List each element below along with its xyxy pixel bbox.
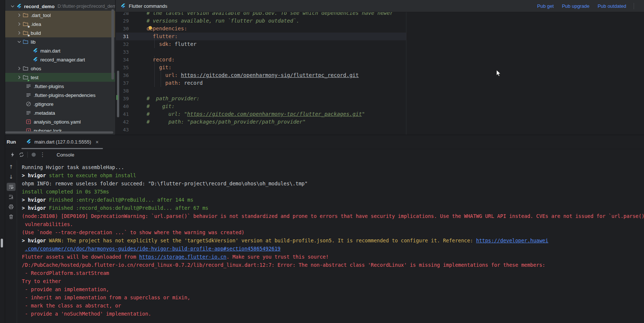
code-text: # path_provider: <box>129 95 199 102</box>
console-line: Try to either <box>22 277 644 285</box>
project-tree-horizontal-scrollbar[interactable] <box>5 131 113 134</box>
code-hyperlink[interactable]: https://gitcode.com/openharmony-sig/flut… <box>181 72 359 78</box>
tree-item--flutter-plugins[interactable]: .flutter-plugins <box>5 82 115 91</box>
code-hyperlink[interactable]: https://gitcode.com/openharmony-tpc/flut… <box>187 111 362 117</box>
code-line-41[interactable]: 41# url: "https://gitcode.com/openharmon… <box>116 110 644 118</box>
intention-bulb-icon[interactable] <box>148 26 153 31</box>
rerun-button[interactable] <box>17 151 26 159</box>
editor-scrollbar-thumb[interactable] <box>117 71 119 117</box>
tree-item-analysis-options-yaml[interactable]: Yanalysis_options.yaml <box>5 117 115 126</box>
code-line-42[interactable]: 42# path: "packages/path_provider/path_p… <box>116 118 644 126</box>
soft-wrap-button[interactable] <box>7 183 16 191</box>
project-tree-vertical-scrollbar[interactable] <box>111 9 114 80</box>
tool-window-stripe-indicator[interactable] <box>1 239 3 248</box>
flutter-icon <box>16 3 22 9</box>
line-number: 34 <box>116 56 129 64</box>
code-line-43[interactable]: 43 <box>116 126 644 134</box>
flutter-icon <box>120 3 126 9</box>
rerun-lightning-button[interactable] <box>8 151 17 159</box>
console-link[interactable]: https://storage.flutter-io.cn <box>139 254 227 260</box>
tree-item-label: .gitignore <box>34 101 53 107</box>
file-text-icon <box>26 110 31 116</box>
chevron-right-icon[interactable] <box>16 74 23 80</box>
code-line-35[interactable]: 35 git: <box>116 64 644 71</box>
folder-icon <box>23 39 28 45</box>
tree-item--flutter-plugins-dependencies[interactable]: .flutter-plugins-dependencies <box>5 91 115 100</box>
file-text-icon <box>26 92 31 98</box>
console-line: (node:28108) [DEP0169] DeprecationWarnin… <box>22 212 644 220</box>
console-link[interactable]: .com/consumer/cn/doc/harmonyos-guides/id… <box>25 246 281 252</box>
code-line-40[interactable]: 40# git: <box>116 102 644 110</box>
tree-item-record-manager-dart[interactable]: record_manager.dart <box>5 55 115 64</box>
scroll-down-button[interactable]: ↓ <box>7 173 16 181</box>
scroll-up-button[interactable]: ↑ <box>7 163 16 171</box>
tree-item--idea[interactable]: ✱.idea <box>5 20 115 28</box>
console-line: install completed in 0s 375ms <box>22 188 644 196</box>
code-line-32[interactable]: 32 sdk: flutter <box>116 40 644 48</box>
run-tab-main-dart[interactable]: main.dart (127.0.0.1:5555) × <box>21 135 103 149</box>
code-line-36[interactable]: 36 url: https://gitcode.com/openharmony-… <box>116 71 644 79</box>
pub-get-action[interactable]: Pub get <box>537 3 554 9</box>
code-line-33[interactable]: 33 <box>116 48 644 56</box>
pub-upgrade-action[interactable]: Pub upgrade <box>562 3 589 9</box>
console-tab-label[interactable]: Console <box>57 152 74 158</box>
chevron-right-icon[interactable] <box>16 21 23 27</box>
tree-item--gitignore[interactable]: .gitignore <box>5 100 115 108</box>
tree-item--metadata[interactable]: .metadata <box>5 108 115 117</box>
tree-item-label: ohos <box>31 66 41 71</box>
pub-outdated-action[interactable]: Pub outdated <box>598 3 626 9</box>
code-area[interactable]: 28# the latest version available on pub.… <box>116 12 644 135</box>
console-link[interactable]: https://developer.huawei <box>476 238 548 243</box>
code-line-39[interactable]: 39# path_provider: <box>116 95 644 102</box>
code-text: # versions available, run `flutter pub o… <box>129 17 299 25</box>
tree-item-ohos[interactable]: ohos <box>5 64 115 73</box>
line-number: 28 <box>116 12 129 17</box>
editor-bar-title: Flutter commands <box>129 3 167 9</box>
folder-icon: ✱ <box>23 21 28 27</box>
code-line-31[interactable]: 31 flutter: <box>116 33 644 40</box>
console-line: .com/consumer/cn/doc/harmonyos-guides/id… <box>22 245 644 253</box>
console-line: - inherit an implementation from a super… <box>22 293 644 302</box>
code-line-28[interactable]: 28# the latest version available on pub.… <box>116 12 644 17</box>
code-line-30[interactable]: 30dependencies: <box>116 25 644 33</box>
flutter-icon <box>26 139 31 145</box>
clear-console-trash-button[interactable] <box>7 213 16 221</box>
code-line-37[interactable]: 37 path: record <box>116 79 644 87</box>
code-text: record: <box>129 56 175 64</box>
scroll-to-end-button[interactable] <box>7 193 16 201</box>
run-tool-window-label: Run <box>7 139 20 145</box>
print-button[interactable] <box>7 203 16 211</box>
tree-item-test[interactable]: test <box>5 73 115 82</box>
close-icon[interactable]: × <box>95 139 98 145</box>
code-line-38[interactable]: 38 <box>116 87 644 95</box>
console-line: /D:/PubCache/hosted/pub.flutter-io.cn/re… <box>22 261 644 269</box>
code-line-34[interactable]: 34 record: <box>116 56 644 64</box>
console-line: - provide a 'noSuchMethod' implementatio… <box>22 310 644 318</box>
tree-item--dart-tool[interactable]: .dart_tool <box>5 11 115 20</box>
more-options-kebab-icon[interactable]: ⋮ <box>38 151 47 159</box>
chevron-down-icon[interactable] <box>16 39 23 45</box>
tree-item-main-dart[interactable]: main.dart <box>5 46 115 55</box>
tree-item-lib[interactable]: lib <box>5 37 115 46</box>
tree-item-label: analysis_options.yaml <box>34 119 81 125</box>
project-root-path: D:\flutter-project\record_demo <box>57 4 115 9</box>
console-output[interactable]: Running Hvigor task assembleHap...> hvig… <box>17 160 644 323</box>
code-line-29[interactable]: 29# versions available, run `flutter pub… <box>116 17 644 25</box>
chevron-right-icon[interactable] <box>16 12 23 18</box>
chevron-down-icon[interactable] <box>9 3 16 9</box>
code-text: # git: <box>129 102 175 110</box>
console-line: > hvigor start to execute ohpm install <box>22 171 644 179</box>
editor-bar-divider <box>634 3 634 9</box>
line-number: 30 <box>116 25 129 33</box>
stop-button[interactable] <box>29 151 38 159</box>
tree-item-label: .metadata <box>34 110 55 116</box>
run-tab-strip: Run main.dart (127.0.0.1:5555) × <box>5 135 644 149</box>
line-number: 42 <box>116 118 129 126</box>
code-text: # the latest version available on pub.de… <box>129 12 393 17</box>
editor-change-marker <box>116 95 118 100</box>
chevron-right-icon[interactable] <box>16 65 23 71</box>
tree-item-build[interactable]: ✱build <box>5 28 115 37</box>
tree-root-record-demo[interactable]: record_demoD:\flutter-project\record_dem… <box>5 2 115 11</box>
code-text: path: record <box>129 79 203 87</box>
chevron-right-icon[interactable] <box>16 30 23 36</box>
